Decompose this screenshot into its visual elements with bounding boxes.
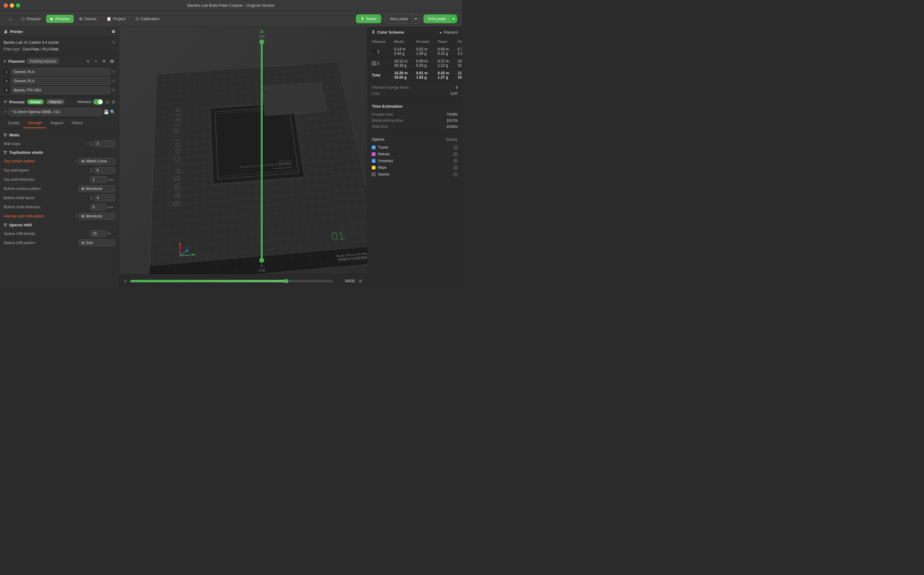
filament-edit-1[interactable]: ✎: [112, 70, 115, 74]
filament-number-3: 3: [4, 87, 9, 93]
retract-label: Retract: [378, 152, 453, 156]
printer-edit-icon[interactable]: ✎: [112, 40, 115, 44]
top-shell-layers-down[interactable]: ▼: [90, 171, 93, 173]
filament-number-2: 2: [4, 78, 9, 84]
top-shell-layers-up[interactable]: ▲: [90, 168, 93, 170]
preset-save-btn[interactable]: 💾: [104, 110, 109, 114]
sparse-density-row: Sparse infill density %: [0, 229, 119, 238]
bottom-shell-layers-up[interactable]: ▲: [90, 195, 93, 198]
process-gear-btn[interactable]: ⊞: [112, 99, 115, 104]
bottom-surface-pattern-select[interactable]: ⊠ Monotonic: [79, 185, 115, 192]
col-filament: Filament: [368, 38, 390, 46]
nav-prepare[interactable]: ◻ Prepare: [17, 15, 45, 23]
walls-group-header[interactable]: ▽ Walls: [0, 131, 119, 139]
bottom-shell-layers-down[interactable]: ▼: [90, 198, 93, 201]
sparse-infill-header[interactable]: ▽ Sparse infill: [0, 221, 119, 229]
wall-loops-stepper[interactable]: ▲ ▼: [90, 141, 93, 146]
top-shell-layers-stepper[interactable]: ▲ ▼: [90, 168, 93, 173]
flush-volumes-button[interactable]: Flushing volumes: [27, 59, 59, 64]
top-shell-thickness-label: Top shell thickness: [4, 177, 87, 182]
axis-indicator: X Z Y: [177, 238, 197, 260]
time-estimation: Time Estimation Prepare time: 7m34s Mode…: [368, 100, 462, 133]
filament-mode-label[interactable]: Filament: [444, 30, 458, 35]
option-retract: Retract: [372, 151, 458, 157]
slice-plate-button[interactable]: Slice plate: [385, 14, 412, 24]
sparse-density-input[interactable]: [90, 230, 107, 237]
settings-content: ▽ Walls Wall loops ↺ ▲ ▼ ▽ Top/bottom sh…: [0, 129, 119, 250]
layer-top-sub: 4.04: [259, 35, 265, 38]
bottom-shell-thickness-input[interactable]: [90, 204, 107, 210]
minimize-button[interactable]: [10, 3, 14, 8]
filament-input-3[interactable]: [11, 87, 110, 94]
preset-input[interactable]: [9, 108, 102, 116]
print-plate-dropdown[interactable]: ▾: [450, 14, 457, 23]
bottom-shell-layers-input[interactable]: [94, 195, 115, 201]
layer-slider-thumb[interactable]: [259, 40, 264, 44]
nav-calibration[interactable]: ⊙ Calibration: [131, 15, 164, 23]
global-badge[interactable]: Global: [27, 99, 44, 104]
close-button[interactable]: [4, 3, 8, 8]
add-filament-button[interactable]: +: [85, 58, 92, 65]
sparse-pattern-select[interactable]: ⊞ Grid: [79, 240, 115, 246]
share-button[interactable]: ⬆ Share: [356, 14, 382, 23]
preset-search-btn[interactable]: 🔍: [110, 110, 115, 114]
travel-toggle[interactable]: [453, 145, 458, 149]
process-section: ↺ Process Global Objects Advance ⊟ ⊞ ↺ 💾…: [0, 97, 119, 118]
filament-input-2[interactable]: [11, 77, 110, 85]
top-surface-pattern-select[interactable]: ⊞ Hilbert Curve: [79, 158, 115, 165]
advance-toggle[interactable]: [93, 99, 103, 105]
home-icon: ⌂: [9, 16, 12, 21]
option-wipe: Wipe: [372, 164, 458, 171]
filament-edit-2[interactable]: ✎: [112, 79, 115, 83]
internal-solid-select[interactable]: ⊠ Monotonic: [79, 213, 115, 219]
tab-strength[interactable]: Strength: [24, 118, 46, 128]
slice-plate-dropdown[interactable]: ▾: [412, 14, 420, 24]
bottom-shell-layers-stepper[interactable]: ▲ ▼: [90, 195, 93, 201]
top-surface-reset[interactable]: ↺: [74, 159, 78, 163]
model-print-label: Model printing time:: [372, 118, 404, 123]
filament-input-1[interactable]: [11, 68, 110, 76]
wipe-toggle[interactable]: [453, 165, 458, 170]
layer-progress-thumb[interactable]: [284, 279, 288, 283]
filament-edit-3[interactable]: ✎: [112, 88, 115, 92]
col-flushed: Flushed: [412, 38, 433, 46]
color-scheme-collapse-icon[interactable]: ⊼: [372, 30, 375, 35]
nav-project[interactable]: 📋 Project: [102, 15, 130, 23]
unretract-toggle[interactable]: [453, 159, 458, 163]
window-controls[interactable]: [4, 3, 20, 8]
tab-others[interactable]: Others: [68, 118, 87, 128]
layer-slider-container: 25 4.04 1 0.20: [257, 30, 266, 272]
objects-badge[interactable]: Objects: [46, 99, 65, 104]
unretract-label: Unretract: [378, 159, 453, 163]
printer-settings-icon[interactable]: ⚙: [112, 29, 115, 34]
time-title: Time Estimation: [372, 104, 403, 109]
internal-solid-reset[interactable]: ↺: [74, 214, 78, 218]
maximize-button[interactable]: [16, 3, 20, 8]
layer-progress-track[interactable]: [130, 280, 333, 282]
retract-toggle[interactable]: [453, 152, 458, 156]
tab-quality[interactable]: Quality: [4, 118, 24, 128]
layer-track[interactable]: [261, 40, 263, 263]
wall-loops-input[interactable]: [94, 140, 115, 147]
nav-device[interactable]: ⊞ Device: [75, 15, 101, 23]
seams-toggle[interactable]: [453, 172, 458, 176]
layer-slider-bottom-thumb[interactable]: [259, 258, 264, 263]
filament-gear-btn[interactable]: ⚙: [109, 58, 115, 65]
nav-home[interactable]: ⌂: [5, 15, 16, 23]
tab-support[interactable]: Support: [46, 118, 68, 128]
remove-filament-button[interactable]: −: [93, 58, 99, 65]
print-plate-button[interactable]: Print plate: [423, 14, 450, 23]
plate-type-label: Plate type: [4, 47, 20, 51]
filament-settings-btn[interactable]: ≡: [101, 58, 107, 65]
nav-preview[interactable]: ▶ Preview: [46, 15, 74, 23]
wall-loops-reset[interactable]: ↺: [86, 141, 89, 146]
internal-solid-label: Internal solid infill pattern: [4, 214, 72, 218]
top-shell-layers-input[interactable]: [94, 167, 115, 174]
process-layout-btn[interactable]: ⊟: [106, 99, 109, 104]
wall-loops-down[interactable]: ▼: [90, 144, 93, 146]
top-shell-thickness-input[interactable]: [90, 176, 107, 183]
filament-change-value: 4: [456, 85, 458, 90]
wall-loops-up[interactable]: ▲: [90, 141, 93, 144]
topbottom-group-header[interactable]: ▽ Top/bottom shells: [0, 148, 119, 157]
top-shell-thickness-row: Top shell thickness mm: [0, 175, 119, 184]
